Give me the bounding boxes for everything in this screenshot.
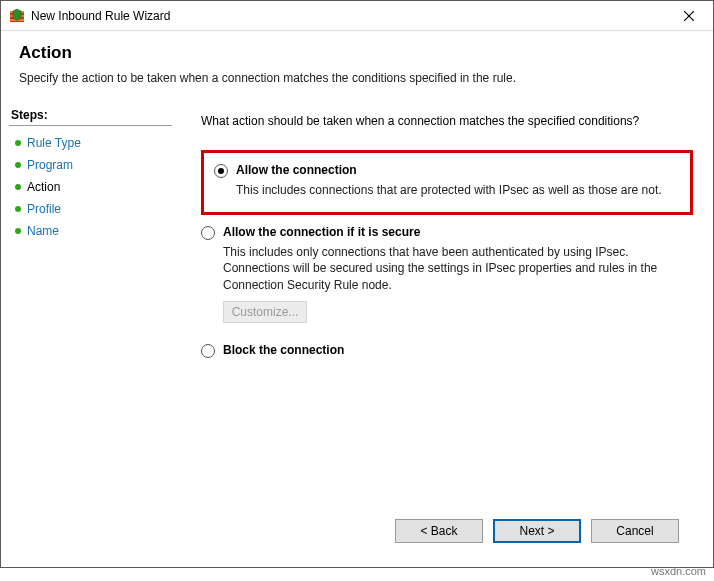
steps-pane: Steps: Rule Type Program Action Profile … — [1, 100, 173, 567]
next-button[interactable]: Next > — [493, 519, 581, 543]
page-title: Action — [19, 43, 695, 63]
step-label: Program — [27, 158, 73, 172]
steps-heading: Steps: — [9, 108, 172, 126]
step-rule-type[interactable]: Rule Type — [9, 132, 172, 154]
bullet-icon — [15, 140, 21, 146]
step-label: Name — [27, 224, 59, 238]
step-profile[interactable]: Profile — [9, 198, 172, 220]
wizard-footer: < Back Next > Cancel — [201, 509, 693, 557]
page-subtitle: Specify the action to be taken when a co… — [19, 71, 695, 85]
option-desc-secure: This includes only connections that have… — [223, 244, 693, 293]
wizard-window: New Inbound Rule Wizard Action Specify t… — [0, 0, 714, 568]
wizard-header: Action Specify the action to be taken wh… — [1, 31, 713, 99]
step-action[interactable]: Action — [9, 176, 172, 198]
step-program[interactable]: Program — [9, 154, 172, 176]
step-label: Rule Type — [27, 136, 81, 150]
step-label: Profile — [27, 202, 61, 216]
step-label: Action — [27, 180, 60, 194]
option-label-secure[interactable]: Allow the connection if it is secure — [223, 225, 420, 239]
bullet-icon — [15, 228, 21, 234]
firewall-icon — [9, 8, 25, 24]
bullet-icon — [15, 206, 21, 212]
close-button[interactable] — [669, 2, 709, 30]
radio-block[interactable] — [201, 344, 215, 358]
titlebar: New Inbound Rule Wizard — [1, 1, 713, 31]
option-label-block[interactable]: Block the connection — [223, 343, 344, 357]
bullet-icon — [15, 184, 21, 190]
back-button[interactable]: < Back — [395, 519, 483, 543]
option-label-allow[interactable]: Allow the connection — [236, 163, 357, 177]
wizard-body: Steps: Rule Type Program Action Profile … — [1, 99, 713, 567]
radio-allow-connection[interactable] — [214, 164, 228, 178]
radio-allow-secure[interactable] — [201, 226, 215, 240]
option-desc-allow: This includes connections that are prote… — [236, 182, 678, 198]
customize-button: Customize... — [223, 301, 307, 323]
cancel-button[interactable]: Cancel — [591, 519, 679, 543]
step-name[interactable]: Name — [9, 220, 172, 242]
bullet-icon — [15, 162, 21, 168]
watermark: wsxdn.com — [651, 565, 706, 577]
content-pane: What action should be taken when a conne… — [173, 100, 713, 567]
action-question: What action should be taken when a conne… — [201, 114, 693, 128]
window-title: New Inbound Rule Wizard — [31, 9, 669, 23]
highlighted-option: Allow the connection This includes conne… — [201, 150, 693, 215]
